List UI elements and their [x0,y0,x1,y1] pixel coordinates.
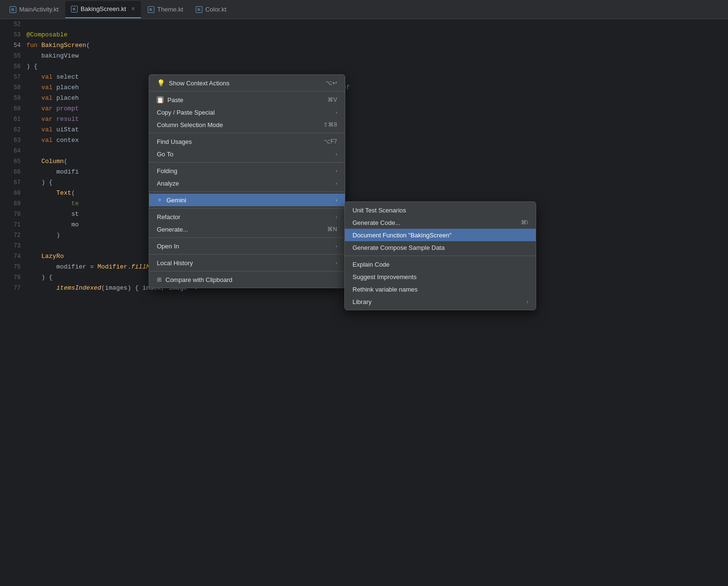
separator-2 [149,133,345,133]
separator-8 [149,271,345,271]
menu-item-paste[interactable]: 📋 Paste ⌘V [149,94,345,106]
submenu-label-library: Library [352,298,372,305]
submenu-item-generate-code[interactable]: Generate Code... ⌘\ [345,216,536,229]
menu-label-refactor: Refactor [157,213,180,221]
menu-label-go-to: Go To [157,151,173,158]
submenu-item-unit-test[interactable]: Unit Test Scenarios [345,204,536,216]
tab-mainactivity[interactable]: K MainActivity.kt [4,1,64,18]
menu-item-refactor[interactable]: Refactor › [149,211,345,223]
menu-item-analyze[interactable]: Analyze › [149,177,345,189]
code-line-57: 57 val select Of( value: 0 ) [0,72,728,82]
shortcut-column-selection: ⇧⌘8 [323,121,337,128]
code-line-62: 62 val uiStat AsState() [0,125,728,135]
submenu-arrow-refactor: › [336,214,337,220]
kotlin-icon-4: K [196,6,202,13]
submenu-arrow-open-in: › [336,244,337,249]
submenu-label-suggest-improvements: Suggest Improvements [352,273,417,281]
code-line-68: 68 Text( [0,188,728,199]
separator-5 [149,208,345,209]
menu-item-local-history[interactable]: Local History › [149,257,345,269]
kotlin-icon-3: K [148,6,154,13]
kotlin-icon-2: K [71,6,78,12]
tab-label: MainActivity.kt [19,6,59,13]
submenu-item-document-function[interactable]: Document Function "BakingScreen" [345,229,536,241]
menu-item-open-in[interactable]: Open In › [149,240,345,252]
code-line-58: 58 val placeh tableStateOf( value: "Prov… [0,82,728,93]
submenu-arrow-folding: › [336,168,337,174]
menu-label-column-selection: Column Selection Mode [157,121,223,129]
gemini-submenu: Unit Test Scenarios Generate Code... ⌘\ … [344,201,536,310]
tab-theme[interactable]: K Theme.kt [142,1,189,18]
submenu-item-suggest-improvements[interactable]: Suggest Improvements [345,270,536,283]
separator-6 [149,237,345,238]
shortcut-generate-code: ⌘\ [521,219,528,226]
code-line-64: 64 [0,146,728,156]
shortcut-find-usages: ⌥F7 [324,138,337,145]
submenu-separator-1 [345,256,536,256]
code-line-65: 65 Column( [0,156,728,167]
separator-3 [149,162,345,163]
menu-item-copy-paste-special[interactable]: Copy / Paste Special › [149,106,345,118]
code-line-53: 53 @Composable [0,30,728,40]
tab-label-3: Theme.kt [157,6,183,13]
context-menu: 💡 Show Context Actions ⌥↩ 📋 Paste ⌘V Cop… [149,74,345,288]
submenu-label-rethink-variable-names: Rethink variable names [352,286,418,293]
code-line-61: 61 var result f(placeholderResult) } [0,114,728,125]
tab-label-4: Color.kt [205,6,226,13]
separator-7 [149,254,345,255]
code-line-52: 52 [0,19,728,30]
paste-icon: 📋 [157,96,164,103]
menu-label-folding: Folding [157,167,177,175]
tab-close-button[interactable]: ✕ [131,6,135,12]
menu-item-compare-clipboard[interactable]: ⊞ Compare with Clipboard [149,273,345,286]
menu-label-open-in: Open In [157,243,179,250]
menu-item-go-to[interactable]: Go To › [149,148,345,160]
submenu-label-unit-test: Unit Test Scenarios [352,207,406,214]
menu-item-folding[interactable]: Folding › [149,164,345,177]
menu-label-analyze: Analyze [157,180,179,187]
submenu-label-generate-compose: Generate Compose Sample Data [352,244,445,251]
submenu-arrow-go-to: › [336,152,337,157]
menu-label-find-usages: Find Usages [157,138,192,145]
code-line-66: 66 modifi [0,167,728,177]
menu-label-paste: Paste [167,96,183,104]
menu-label-generate: Generate... [157,226,188,233]
code-line-67: 67 ) { [0,177,728,188]
shortcut-show-context-actions: ⌥↩ [326,80,337,86]
editor: K MainActivity.kt K BakingScreen.kt ✕ K … [0,0,728,586]
submenu-label-generate-code: Generate Code... [352,219,400,226]
submenu-arrow-gemini: › [336,198,337,203]
submenu-item-generate-compose[interactable]: Generate Compose Sample Data [345,241,536,254]
tab-bar: K MainActivity.kt K BakingScreen.kt ✕ K … [0,0,728,19]
tab-color[interactable]: K Color.kt [190,1,232,18]
menu-item-column-selection[interactable]: Column Selection Mode ⇧⌘8 [149,118,345,131]
submenu-label-explain-code: Explain Code [352,261,389,268]
tab-bakingscreen[interactable]: K BakingScreen.kt ✕ [65,1,141,18]
compare-icon: ⊞ [157,276,162,283]
submenu-item-rethink-variable-names[interactable]: Rethink variable names [345,283,536,295]
tab-label-2: BakingScreen.kt [81,5,126,12]
shortcut-paste: ⌘V [328,96,337,103]
submenu-label-document-function: Document Function "BakingScreen" [352,232,452,239]
menu-item-generate[interactable]: Generate... ⌘N [149,223,345,235]
shortcut-generate: ⌘N [327,226,337,233]
code-line-56: 56 ) { [0,61,728,72]
lightbulb-icon: 💡 [157,79,165,87]
submenu-arrow-analyze: › [336,181,337,186]
submenu-item-library[interactable]: Library › [345,295,536,308]
menu-item-find-usages[interactable]: Find Usages ⌥F7 [149,135,345,148]
code-line-54: 54 fun BakingScreen( [0,40,728,51]
menu-label-gemini: Gemini [166,197,186,204]
submenu-arrow-local-history: › [336,260,337,266]
separator-4 [149,191,345,192]
separator-1 [149,91,345,92]
submenu-item-explain-code[interactable]: Explain Code [345,258,536,270]
kotlin-icon: K [10,6,16,13]
submenu-arrow-library: › [527,299,528,305]
menu-label-copy-paste-special: Copy / Paste Special [157,109,215,116]
submenu-arrow-copy-paste: › [336,110,337,115]
code-line-60: 60 var prompt f(placeholderPrompt) } [0,104,728,114]
menu-item-show-context-actions[interactable]: 💡 Show Context Actions ⌥↩ [149,77,345,89]
menu-label-show-context-actions: Show Context Actions [169,80,229,87]
menu-item-gemini[interactable]: ✦ Gemini › [149,194,345,206]
